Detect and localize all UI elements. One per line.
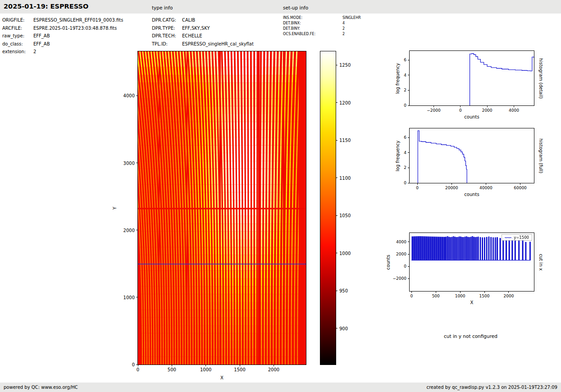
tick-mark	[514, 105, 514, 107]
tick-mark	[408, 254, 410, 255]
tick-mark	[136, 163, 138, 163]
x-tick-label: 60000	[514, 186, 527, 190]
y-tick-label: 0	[132, 362, 135, 367]
tick-mark	[486, 183, 486, 185]
x-axis-label: X	[220, 375, 223, 380]
y-tick-label: 4	[404, 73, 406, 77]
tick-mark	[136, 96, 138, 96]
tick-mark	[240, 365, 240, 366]
x-tick-label: 0	[410, 294, 413, 298]
footer-left-text: powered by QC: www.eso.org/HC	[4, 385, 78, 390]
x-axis-label: counts	[464, 114, 479, 119]
y-axis-label: log frequency	[395, 140, 400, 171]
dpr-catg-label: DPR.CATG:	[152, 16, 182, 24]
x-tick-label: −2000	[427, 108, 440, 113]
det-binx-label: DET.BINX:	[283, 21, 342, 26]
x-axis-label: counts	[464, 192, 479, 197]
tick-mark	[508, 291, 509, 293]
tick-mark	[408, 90, 410, 91]
tick-mark	[408, 266, 410, 267]
y-tick-label: 3000	[123, 160, 135, 165]
colorbar: 900950100010501100115012001250	[320, 51, 336, 365]
x-tick-label: 2000	[482, 108, 493, 113]
y-tick-label: 0	[404, 181, 406, 185]
x-tick-label: 40000	[479, 186, 493, 190]
det-binx-value: 4	[342, 21, 345, 25]
raw-image-plot: 050010001500200001000200030004000XY	[137, 51, 306, 365]
y-tick-label: 4000	[123, 93, 135, 98]
tick-mark	[274, 365, 274, 366]
tick-mark	[136, 365, 138, 365]
cut-in-y-note: cut in y not configured	[444, 333, 497, 339]
footer-right-text: created by qc_rawdisp.py v1.2.3 on 2025-…	[426, 385, 557, 390]
info-row: ARCFILE:ESPRE.2025-01-19T23:03:48.878.fi…	[2, 24, 123, 32]
det-biny-label: DET.BINY:	[283, 26, 342, 32]
y-tick-label: 1000	[123, 295, 135, 300]
x-tick-label: 0	[459, 108, 462, 113]
x-tick-label: 1000	[200, 367, 211, 372]
histogram-full-plot: 02000040000600000246countslog frequencyh…	[409, 128, 534, 183]
dpr-catg-value: CALIB	[182, 18, 195, 23]
info-row: INS.MODE:SINGLEHR	[283, 15, 361, 21]
colorbar-tick-mark	[336, 178, 338, 178]
tick-mark	[460, 105, 461, 107]
info-row: DPR.CATG:CALIB	[152, 16, 254, 24]
tick-mark	[436, 291, 436, 293]
x-tick-label: 1000	[455, 294, 465, 298]
x-tick-label: 500	[432, 294, 440, 298]
histogram-detail-plot: −20000200040000246countslog frequencyhis…	[409, 50, 534, 106]
colorbar-tick-label: 1050	[339, 213, 351, 218]
tick-mark	[408, 168, 410, 168]
type-info-heading: type info	[152, 5, 173, 10]
colorbar-tick-mark	[336, 253, 338, 253]
tick-mark	[138, 365, 138, 366]
tick-mark	[408, 105, 410, 106]
dpr-type-value: EFF,SKY,SKY	[182, 26, 210, 31]
x-tick-label: 2000	[268, 367, 279, 372]
ins-mode-label: INS.MODE:	[283, 15, 342, 21]
info-row: DPR.TYPE:EFF,SKY,SKY	[152, 24, 254, 32]
tick-mark	[408, 137, 410, 138]
y-tick-label: 6	[404, 135, 406, 140]
right-axis-label: cut in x	[538, 254, 543, 270]
colorbar-tick-mark	[336, 102, 338, 103]
y-tick-label: 6	[404, 58, 406, 62]
tick-mark	[484, 291, 485, 293]
colorbar-tick-mark	[336, 215, 338, 216]
raw-type-value: EFF_AB	[33, 33, 50, 38]
colorbar-tick-mark	[336, 291, 338, 291]
origfile-value: ESPRESSO_SINGLEHR_EFF019_0003.fits	[33, 18, 123, 23]
info-row: DPR.TECH:ECHELLE	[152, 32, 254, 40]
x-tick-label: 4000	[509, 108, 519, 113]
y-tick-label: 0	[404, 103, 406, 108]
legend-line-sample	[505, 237, 511, 238]
tick-mark	[408, 242, 410, 242]
do-class-value: EFF_AB	[33, 41, 50, 46]
raw-image-canvas	[138, 51, 306, 365]
x-tick-label: 0	[137, 367, 139, 372]
legend-label: y=1500	[514, 235, 529, 240]
x-axis-label: X	[470, 300, 474, 305]
tick-mark	[408, 75, 410, 75]
tick-mark	[452, 183, 452, 185]
file-info-block: ORIGFILE:ESPRESSO_SINGLEHR_EFF019_0003.f…	[2, 16, 123, 56]
arcfile-label: ARCFILE:	[2, 24, 33, 32]
x-tick-label: 2000	[503, 294, 514, 298]
y-axis-label: counts	[386, 255, 391, 269]
colorbar-tick-label: 1100	[339, 175, 351, 180]
x-tick-label: 0	[416, 186, 419, 190]
y-tick-label: 2	[404, 88, 406, 92]
tick-mark	[411, 291, 412, 293]
y-tick-label: −2000	[393, 276, 406, 281]
info-row: DET.BINX:4	[283, 21, 361, 26]
tick-mark	[433, 105, 434, 107]
setup-info-heading: set-up info	[283, 5, 308, 10]
y-tick-label: 4000	[396, 240, 406, 244]
right-axis-label: histogram (detail)	[538, 58, 543, 99]
dpr-type-label: DPR.TYPE:	[152, 24, 182, 32]
tick-mark	[136, 297, 138, 297]
colorbar-tick-label: 1250	[339, 63, 351, 68]
page-title: 2025-01-19: ESPRESSO	[4, 3, 88, 10]
y-axis-label: Y	[112, 206, 117, 209]
cut-in-x-canvas	[410, 233, 534, 291]
